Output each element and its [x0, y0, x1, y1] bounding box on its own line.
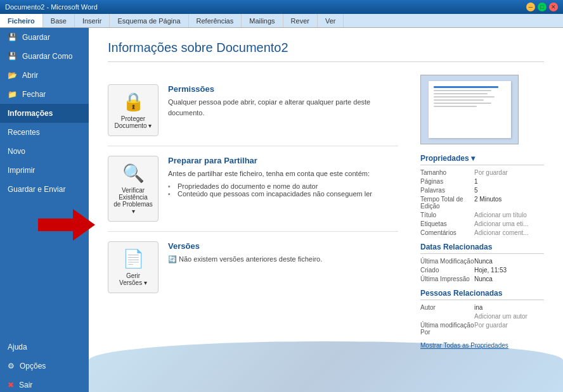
related-people-section: Pessoas Relacionadas Autor ina Adicionar…: [420, 289, 544, 336]
ribbon-tabs: Ficheiro Base Inserir Esquema de Página …: [0, 14, 563, 28]
minimize-button[interactable]: ─: [526, 3, 535, 11]
sidebar-item-imprimir[interactable]: Imprimir: [0, 161, 89, 180]
prop-ultima-mod-por: Última modificação Por Por guardar: [420, 322, 544, 336]
properties-section: Propriedades ▾ Tamanho Por guardar Págin…: [420, 154, 544, 236]
sidebar-label-guardar-como: Guardar Como: [22, 52, 72, 61]
prop-autor: Autor ina: [420, 304, 544, 311]
autor-value: ina: [474, 304, 544, 311]
sidebar: 💾 Guardar 💾 Guardar Como 📂 Abrir 📁 Fecha…: [0, 28, 89, 392]
sidebar-item-abrir[interactable]: 📂 Abrir: [0, 66, 89, 85]
prop-comentarios: Comentários Adicionar coment...: [420, 229, 544, 236]
share-list-item: Conteúdo que pessoas com incapacidades n…: [168, 190, 398, 198]
prop-etiquetas-value[interactable]: Adicionar uma eti...: [474, 220, 544, 227]
tab-ficheiro[interactable]: Ficheiro: [0, 14, 43, 27]
share-title: Preparar para Partilhar: [168, 156, 398, 165]
page-title: Informações sobre Documento2: [108, 41, 544, 62]
prop-paginas-label: Páginas: [420, 178, 474, 185]
prop-palavras-value: 5: [474, 187, 544, 194]
tab-ver[interactable]: Ver: [318, 14, 344, 27]
sidebar-item-recentes[interactable]: Recentes: [0, 123, 89, 142]
sidebar-item-fechar[interactable]: 📁 Fechar: [0, 85, 89, 104]
permissions-content: Permissões Qualquer pessoa pode abrir, c…: [168, 84, 398, 118]
ultima-imp-label: Última Impressão: [420, 275, 474, 282]
sidebar-item-informacoes[interactable]: Informações: [0, 104, 89, 123]
right-panel: Propriedades ▾ Tamanho Por guardar Págin…: [411, 75, 544, 349]
sidebar-item-novo[interactable]: Novo: [0, 142, 89, 161]
opcoes-icon: ⚙: [8, 362, 15, 370]
versions-title: Versões: [168, 241, 398, 251]
maximize-button[interactable]: □: [538, 3, 547, 11]
prop-palavras-label: Palavras: [420, 187, 474, 194]
tab-referencias[interactable]: Referências: [189, 14, 242, 27]
versions-content: Versões 🔄 Não existem versões anteriores…: [168, 241, 398, 265]
related-people-header: Pessoas Relacionadas: [420, 289, 544, 300]
tab-inserir[interactable]: Inserir: [75, 14, 110, 27]
main-content: Informações sobre Documento2 🔒 ProtegerD…: [89, 28, 563, 392]
ajuda-label: Ajuda: [8, 343, 27, 351]
ultima-mod-por-value: Por guardar: [474, 322, 544, 336]
all-props-link[interactable]: Mostrar Todas as Propriedades: [420, 342, 544, 349]
tab-mailings[interactable]: Mailings: [242, 14, 283, 27]
criado-value: Hoje, 11:53: [474, 267, 544, 274]
prop-comentarios-value[interactable]: Adicionar coment...: [474, 229, 544, 236]
fechar-icon: 📁: [8, 90, 17, 99]
related-dates-header: Datas Relacionadas: [420, 243, 544, 254]
recentes-label: Recentes: [8, 128, 40, 137]
prop-palavras: Palavras 5: [420, 187, 544, 194]
info-sections: 🔒 ProtegerDocumento ▾ Permissões Qualque…: [108, 75, 398, 349]
properties-header[interactable]: Propriedades ▾: [420, 154, 544, 165]
sidebar-item-opcoes[interactable]: ⚙ Opções: [0, 357, 89, 376]
tab-esquema[interactable]: Esquema de Página: [110, 14, 188, 27]
informacoes-label: Informações: [8, 109, 53, 118]
add-autor-value[interactable]: Adicionar um autor: [474, 313, 544, 320]
autor-label: Autor: [420, 304, 474, 311]
close-button[interactable]: ✕: [549, 3, 558, 11]
sidebar-label-sair: Sair: [19, 381, 32, 389]
sidebar-item-guardar[interactable]: 💾 Guardar: [0, 28, 89, 47]
share-section: 🔍 Verificar Existênciade Problemas ▾ Pre…: [108, 146, 398, 232]
sidebar-label-opcoes: Opções: [20, 362, 46, 370]
prop-titulo-value[interactable]: Adicionar um título: [474, 212, 544, 218]
ribbon: Ficheiro Base Inserir Esquema de Página …: [0, 14, 563, 28]
related-dates-label: Datas Relacionadas: [420, 243, 492, 251]
proteger-documento-button[interactable]: 🔒 ProtegerDocumento ▾: [108, 84, 159, 136]
prop-paginas: Páginas 1: [420, 178, 544, 185]
sair-icon: ✖: [8, 381, 14, 389]
sidebar-item-ajuda[interactable]: Ajuda: [0, 338, 89, 357]
guardar-como-icon: 💾: [8, 52, 17, 61]
properties-label: Propriedades ▾: [420, 154, 475, 163]
prop-etiquetas-label: Etiquetas: [420, 220, 474, 227]
gerir-versoes-button[interactable]: 📄 GerirVersões ▾: [108, 241, 159, 293]
sidebar-label-abrir: Abrir: [22, 71, 38, 80]
sidebar-item-guardar-enviar[interactable]: Guardar e Enviar: [0, 180, 89, 199]
verificar-label: Verificar Existênciade Problemas ▾: [112, 187, 155, 215]
imprimir-label: Imprimir: [8, 166, 35, 175]
prop-add-autor: Adicionar um autor: [420, 313, 544, 320]
tab-rever[interactable]: Rever: [283, 14, 318, 27]
title-bar-text: Documento2 - Microsoft Word: [5, 3, 98, 11]
permissions-section: 🔒 ProtegerDocumento ▾ Permissões Qualque…: [108, 75, 398, 146]
related-people-label: Pessoas Relacionadas: [420, 289, 502, 298]
prop-ultima-mod: Última Modificação Nunca: [420, 258, 544, 265]
guardar-icon: 💾: [8, 33, 17, 42]
permissions-title: Permissões: [168, 84, 398, 94]
sidebar-item-guardar-como[interactable]: 💾 Guardar Como: [0, 47, 89, 66]
doc-preview: [420, 75, 519, 144]
versoes-label: GerirVersões ▾: [119, 272, 147, 286]
sidebar-item-sair[interactable]: ✖ Sair: [0, 376, 89, 392]
related-dates-section: Datas Relacionadas Última Modificação Nu…: [420, 243, 544, 282]
tab-base[interactable]: Base: [43, 14, 75, 27]
title-bar: Documento2 - Microsoft Word ─ □ ✕: [0, 0, 563, 14]
share-desc: Antes de partilhar este ficheiro, tenha …: [168, 168, 398, 179]
verificar-problemas-button[interactable]: 🔍 Verificar Existênciade Problemas ▾: [108, 156, 159, 222]
ultima-mod-por-label: Última modificação Por: [420, 322, 474, 336]
guardar-enviar-label: Guardar e Enviar: [8, 185, 65, 194]
window-controls: ─ □ ✕: [526, 3, 558, 11]
permissions-desc: Qualquer pessoa pode abrir, copiar e alt…: [168, 97, 398, 118]
proteger-label: ProtegerDocumento ▾: [115, 115, 152, 129]
sidebar-label-guardar: Guardar: [22, 33, 50, 42]
app-body: 💾 Guardar 💾 Guardar Como 📂 Abrir 📁 Fecha…: [0, 28, 563, 392]
ultima-mod-label: Última Modificação: [420, 258, 474, 265]
novo-label: Novo: [8, 147, 25, 156]
versions-desc: 🔄 Não existem versões anteriores deste f…: [168, 254, 398, 265]
